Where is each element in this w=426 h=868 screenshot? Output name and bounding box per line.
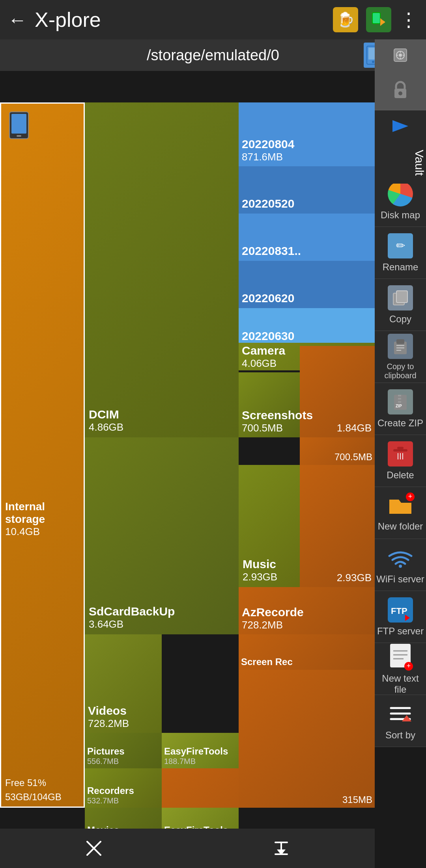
misc-dcim-block[interactable]: 1.84GB <box>300 346 375 437</box>
disk-map-label: Disk map <box>381 210 420 221</box>
close-button[interactable] <box>78 833 110 864</box>
sidebar-item-new-folder[interactable]: + New folder <box>375 487 426 539</box>
internal-storage-size: 10.4GB <box>5 526 80 538</box>
sdcard-size: 3.64GB <box>89 618 235 630</box>
misc-music-block[interactable]: 2.93GB <box>300 465 375 587</box>
videos-block[interactable]: Videos 728.2MB <box>85 634 162 733</box>
back-button[interactable]: ← <box>8 9 27 31</box>
date5-label: 20220630 <box>242 329 372 343</box>
bottom-bar <box>0 829 375 868</box>
screenrec-label: Screen Rec <box>241 656 372 667</box>
copy-icon <box>388 285 413 310</box>
easyfire1-label: EasyFireTools <box>164 746 236 757</box>
new-text-label: New text file <box>375 673 426 695</box>
dcim-label: DCIM <box>89 408 235 421</box>
misc2-block[interactable]: 315MB <box>239 670 375 808</box>
sidebar-item-copy[interactable]: Copy <box>375 279 426 331</box>
date4-block[interactable]: 20220620 <box>239 261 375 308</box>
rename-icon: ✏ <box>388 233 413 258</box>
rename-label: Rename <box>383 262 419 273</box>
sdcard-block[interactable]: SdCardBackUp 3.64GB <box>85 437 239 634</box>
copy-label: Copy <box>389 314 411 325</box>
screenshots-label: Screenshots <box>242 409 297 422</box>
svg-rect-31 <box>393 449 407 452</box>
svg-rect-27 <box>398 398 401 400</box>
beer-icon[interactable]: 🍺 <box>333 7 358 32</box>
date1-label: 20220804 <box>242 138 372 151</box>
azrecorder-block[interactable]: AzRecorde 728.2MB <box>239 587 375 634</box>
date5-block[interactable]: 20220630 <box>239 308 375 346</box>
download-icon[interactable] <box>366 7 391 32</box>
internal-storage-block[interactable]: Internal storage 10.4GB Free 51% 53GB/10… <box>0 102 85 808</box>
misc-screenshots-size: 700.5MB <box>334 452 372 463</box>
phone-icon <box>9 112 29 139</box>
music-block[interactable]: Music 2.93GB <box>239 465 300 587</box>
azrecorder-label: AzRecorde <box>242 606 372 619</box>
date1-size: 871.6MB <box>242 151 372 163</box>
sidebar-item-copy-clipboard[interactable]: Copy to clipboard <box>375 331 426 383</box>
clipboard-icon <box>388 334 413 359</box>
treemap-container: Internal storage 10.4GB Free 51% 53GB/10… <box>0 102 375 847</box>
sdcard-label: SdCardBackUp <box>89 605 235 618</box>
pictures-label: Pictures <box>87 746 159 757</box>
date4-label: 20220620 <box>242 292 372 305</box>
plus-badge: + <box>406 493 415 501</box>
wifi-label: WiFi server <box>376 574 424 585</box>
dcim-size: 4.86GB <box>89 421 235 433</box>
new-folder-label: New folder <box>378 521 423 532</box>
date2-block[interactable]: 20220520 <box>239 166 375 214</box>
recorders-block[interactable]: Recorders 532.7MB <box>85 768 162 808</box>
sidebar-item-create-zip[interactable]: ZIP Create ZIP <box>375 383 426 435</box>
sidebar-item-sort[interactable]: Sort by <box>375 695 426 747</box>
delete-label: Delete <box>387 470 414 481</box>
vault-arrow-icon[interactable] <box>375 110 426 142</box>
date3-label: 20220831.. <box>242 244 372 258</box>
menu-button[interactable]: ⋮ <box>399 9 418 31</box>
new-text-icon: + <box>389 643 411 670</box>
app-title: X-plore <box>35 8 325 32</box>
screenrec-block[interactable]: Screen Rec <box>239 634 375 670</box>
svg-point-36 <box>399 565 402 568</box>
sidebar-item-wifi[interactable]: WiFi server <box>375 539 426 591</box>
date2-label: 20220520 <box>242 197 372 210</box>
misc2-size: 315MB <box>342 794 372 805</box>
music-size: 2.93GB <box>243 571 296 583</box>
svg-point-9 <box>399 54 402 57</box>
screenshots-size: 700.5MB <box>242 422 297 434</box>
date3-block[interactable]: 20220831.. <box>239 214 375 261</box>
path-bar: /storage/emulated/0 <box>0 39 426 71</box>
top-bar-icons: 🍺 ⋮ <box>333 7 418 32</box>
svg-rect-26 <box>398 395 401 396</box>
pictures-block[interactable]: Pictures 556.7MB <box>85 733 162 768</box>
misc-dcim-size: 1.84GB <box>337 422 372 434</box>
misc-screenshots-block[interactable]: 700.5MB <box>300 437 375 465</box>
svg-point-6 <box>372 61 374 63</box>
svg-text:ZIP: ZIP <box>396 404 402 408</box>
internal-storage-free: Free 51% <box>5 777 80 788</box>
vault-lock-icon[interactable] <box>375 71 426 110</box>
sidebar-item-delete[interactable]: Delete <box>375 435 426 487</box>
ftp-label: FTP server <box>377 626 424 637</box>
date1-block[interactable]: 20220804 871.6MB <box>239 102 375 166</box>
recorders-size: 532.7MB <box>87 796 159 805</box>
svg-rect-21 <box>396 339 404 344</box>
sidebar-item-new-text[interactable]: + New text file <box>375 643 426 695</box>
dcim-block[interactable]: DCIM 4.86GB <box>85 102 239 437</box>
azrecorder-size: 728.2MB <box>242 619 372 631</box>
svg-rect-32 <box>397 447 404 449</box>
svg-rect-0 <box>372 13 380 24</box>
top-bar: ← X-plore 🍺 ⋮ <box>0 0 426 39</box>
easyfire1-size: 188.7MB <box>164 757 236 766</box>
vault-button[interactable] <box>375 39 426 71</box>
vault-side-panel: Vault <box>375 71 426 184</box>
internal-storage-label: Internal storage <box>5 500 80 526</box>
sidebar-item-rename[interactable]: ✏ Rename <box>375 227 426 279</box>
plus-badge-text: + <box>404 662 413 671</box>
svg-rect-28 <box>398 401 401 403</box>
dock-button[interactable] <box>265 833 297 864</box>
vault-label: Vault <box>375 142 426 184</box>
svg-marker-3 <box>383 20 385 24</box>
screenshots-block[interactable]: Screenshots 700.5MB <box>239 372 300 437</box>
sidebar-item-ftp[interactable]: FTP FTP server <box>375 591 426 643</box>
easyfire1-block[interactable]: EasyFireTools 188.7MB <box>162 733 239 768</box>
